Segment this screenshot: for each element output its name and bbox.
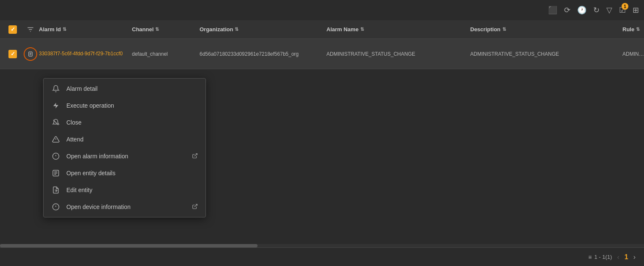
sort-icon-alarm-id: ⇅ — [63, 27, 66, 32]
svg-marker-7 — [53, 103, 58, 108]
pagination-range: 1 - 1(1) — [595, 254, 612, 260]
column-filter-icon[interactable] — [22, 26, 39, 33]
settings-icon[interactable]: ⟳ — [564, 5, 570, 15]
menu-label-edit-entity: Edit entity — [66, 187, 198, 193]
col-header-organization[interactable]: Organization ⇅ — [200, 26, 326, 33]
horizontal-scrollbar[interactable] — [0, 244, 644, 247]
menu-item-alarm-detail[interactable]: Alarm detail — [44, 80, 206, 97]
external-link-icon-alarm — [192, 153, 198, 160]
col-header-description[interactable]: Description ⇅ — [470, 26, 622, 33]
col-header-rule[interactable]: Rule ⇅ — [622, 26, 644, 33]
lightning-icon — [51, 102, 60, 109]
col-header-alarm-name[interactable]: Alarm Name ⇅ — [326, 26, 470, 33]
cell-alarm-id: 330387f7-5c6f-4fdd-9d7f-f29-7b1ccf0 — [39, 50, 132, 57]
menu-item-execute-operation[interactable]: Execute operation — [44, 97, 206, 114]
grid-icon[interactable]: ⊞ — [633, 5, 639, 15]
cell-channel: default_channel — [132, 51, 200, 57]
table-header: Alarm Id ⇅ Channel ⇅ Organization ⇅ Alar… — [0, 20, 644, 39]
sort-icon-organization: ⇅ — [235, 27, 238, 32]
device-info-icon — [51, 203, 60, 211]
pagination-next[interactable]: › — [632, 252, 637, 263]
cell-description: ADMINISTRATIVE_STATUS_CHANGE — [470, 51, 622, 57]
col-header-channel[interactable]: Channel ⇅ — [132, 26, 200, 33]
cell-alarm-name: ADMINISTRATIVE_STATUS_CHANGE — [326, 51, 470, 57]
header-checkbox[interactable] — [3, 25, 22, 34]
refresh-icon[interactable]: ↻ — [593, 5, 600, 15]
sort-icon-alarm-name: ⇅ — [360, 27, 364, 32]
menu-item-open-alarm-information[interactable]: Open alarm information — [44, 148, 206, 165]
bottom-bar: ≡ 1 - 1(1) ‹ 1 › — [0, 247, 644, 266]
row-context-button-area[interactable] — [22, 47, 39, 61]
warning-icon — [51, 136, 60, 143]
select-all-checkbox[interactable] — [8, 25, 17, 34]
menu-label-open-entity-details: Open entity details — [66, 170, 198, 176]
filter-icon[interactable]: ▽ — [606, 5, 612, 15]
export-icon[interactable]: ⬛ — [548, 5, 557, 15]
cell-organization: 6d56a07180233d092961e7218ef567b5_org — [200, 51, 326, 57]
alarm-clock-icon[interactable]: 🕐 — [577, 5, 586, 15]
context-menu: Alarm detail Execute operation Close Att… — [43, 78, 206, 217]
menu-item-open-entity-details[interactable]: Open entity details — [44, 165, 206, 182]
menu-item-edit-entity[interactable]: Edit entity — [44, 182, 206, 198]
col-header-alarm-id[interactable]: Alarm Id ⇅ — [39, 26, 132, 33]
row-select-checkbox[interactable] — [8, 50, 17, 58]
pagination-list-icon: ≡ — [588, 254, 592, 261]
info-circle-icon — [51, 152, 60, 160]
pagination-info: ≡ 1 - 1(1) — [588, 254, 612, 261]
menu-label-execute-operation: Execute operation — [66, 102, 198, 109]
list-icon — [51, 169, 60, 177]
svg-line-20 — [195, 204, 197, 206]
close-alarm-icon — [51, 119, 60, 126]
menu-label-attend: Attend — [66, 136, 198, 143]
scrollbar-thumb[interactable] — [0, 244, 258, 247]
menu-label-alarm-detail: Alarm detail — [66, 85, 198, 92]
notification-badge[interactable]: ☑ 1 — [619, 5, 626, 15]
sort-icon-channel: ⇅ — [155, 27, 159, 32]
edit-file-icon — [51, 186, 60, 194]
svg-line-12 — [195, 153, 197, 156]
menu-item-attend[interactable]: Attend — [44, 131, 206, 148]
menu-item-open-device-information[interactable]: Open device information — [44, 198, 206, 215]
notification-count: 1 — [622, 3, 628, 10]
row-checkbox[interactable] — [3, 50, 22, 58]
pagination-prev[interactable]: ‹ — [615, 252, 621, 263]
bell-icon — [51, 85, 60, 92]
sort-icon-description: ⇅ — [502, 27, 506, 32]
sort-icon-rule: ⇅ — [636, 27, 640, 32]
menu-label-open-alarm-information: Open alarm information — [66, 153, 186, 160]
menu-label-open-device-information: Open device information — [66, 204, 186, 210]
top-bar: ⬛ ⟳ 🕐 ↻ ▽ ☑ 1 ⊞ — [548, 0, 644, 20]
menu-label-close: Close — [66, 119, 198, 126]
pagination-current-page: 1 — [625, 253, 628, 261]
context-menu-trigger[interactable] — [24, 47, 37, 61]
menu-item-close[interactable]: Close — [44, 114, 206, 131]
table-row: 330387f7-5c6f-4fdd-9d7f-f29-7b1ccf0 defa… — [0, 39, 644, 69]
cell-rule: ADMINISTRATI — [622, 51, 644, 57]
external-link-icon-device — [192, 204, 198, 211]
